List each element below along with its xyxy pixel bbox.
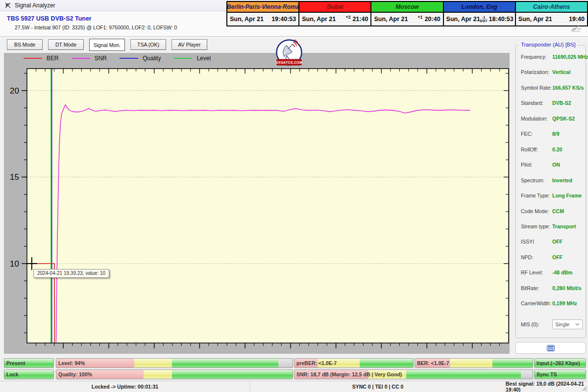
mis-label: MIS (0): — [521, 321, 552, 327]
clock-city-label: Dubai — [299, 2, 370, 13]
clock-time-cell: Sun, Apr 2119:40 — [516, 13, 587, 25]
transponder-field-label: NPD: — [521, 254, 552, 260]
clock-date: Sun, Apr 21 — [518, 16, 552, 23]
legend-item-level: Level — [173, 55, 211, 62]
tab-tsa-ok[interactable]: TSA (OK) — [130, 39, 166, 50]
clock-dst-offset: -1DST — [480, 16, 488, 23]
list-icon — [547, 345, 555, 351]
legend-swatch-ber — [24, 58, 42, 59]
logo-text: DXSATCS.COM — [276, 61, 302, 64]
ytick-label-20: 20 — [10, 86, 19, 96]
transponder-field-value: 166,657 KS/s — [552, 85, 584, 91]
transponder-row-issyi: ISSYIOFF — [516, 237, 586, 246]
legend-swatch-snr — [72, 58, 90, 59]
clock-time-cell: Sun, Apr 21-1DST18:40:53 — [444, 13, 515, 25]
transponder-field-label: Symbol Rate: — [521, 85, 552, 91]
transponder-row-frequency: Frequency:11690,025 MHz — [516, 52, 586, 62]
clock-moscow: MoscowSun, Apr 21+120:40 — [371, 2, 443, 25]
transponder-row-bitrate: BitRate:0,280 Mbit/s — [516, 283, 586, 293]
tab-bs-mode[interactable]: BS Mode — [7, 39, 43, 50]
transponder-field-value: ON — [552, 162, 560, 168]
transponder-row-modulation: Modulation:QPSK-S2 — [516, 114, 586, 123]
legend-label: Level — [196, 55, 211, 62]
transponder-list-button[interactable] — [515, 342, 586, 354]
transponder-row-symbol-rate: Symbol Rate:166,657 KS/s — [516, 83, 586, 93]
transponder-field-label: Standard: — [521, 100, 552, 106]
status-bar: Locked -> Uptime: 00:01:31 SYNC 0 | TEI … — [0, 381, 588, 392]
clock-time-value: 19:40:53 — [271, 16, 296, 23]
meter-label: Lock — [6, 370, 19, 379]
clock-time-cell: Sun, Apr 21+221:40 — [299, 13, 370, 25]
tab-signal-mon[interactable]: Signal Mon. — [89, 39, 125, 51]
chart-legend: BERSNRQualityLevel — [24, 55, 211, 62]
meter-present: Present — [4, 358, 54, 368]
legend-item-ber: BER — [24, 55, 59, 62]
clock-date: Sun, Apr 21 — [374, 16, 408, 23]
meter-label: preBER: <1.0E-7 — [296, 359, 337, 368]
meter-syncts: Sync TS — [534, 369, 586, 379]
transponder-field-label: Frame Type: — [521, 193, 552, 198]
transponder-field-label: Frequency: — [521, 54, 552, 60]
clock-date: Sun, Apr 21 — [302, 16, 336, 23]
signal-chart-plot[interactable]: 101520 — [4, 53, 510, 354]
transponder-field-value: 11690,025 MHz — [552, 54, 588, 60]
world-clock: Berlin-Paris-Vienna-RomaSun, Apr 2119:40… — [226, 1, 588, 26]
mis-dropdown[interactable]: Single — [552, 319, 583, 329]
watermark-satellite-icon — [569, 24, 582, 32]
meter-label: Sync TS — [537, 370, 557, 379]
transponder-panel: Transponder (AU) [BS] Frequency:11690,02… — [515, 45, 586, 338]
transponder-row-polarization: Polarization:Vertical — [516, 67, 586, 77]
ytick-label-10: 10 — [10, 259, 19, 269]
meter-level: Level: 94% — [56, 358, 293, 368]
transponder-row-rf-level: RF Level:-48 dBm — [516, 268, 586, 277]
ytick-label-15: 15 — [10, 172, 19, 182]
transponder-field-label: Polarization: — [521, 69, 552, 75]
transponder-field-value: 0,280 Mbit/s — [552, 285, 582, 291]
legend-swatch-quality — [120, 58, 138, 59]
meter-zone-green — [172, 370, 293, 379]
clock-utc-offset: +2 — [345, 15, 350, 20]
resize-grip[interactable] — [581, 385, 587, 391]
transponder-row-stream-type: Stream type:Transport — [516, 221, 586, 231]
transponder-field-label: FEC: — [521, 131, 552, 137]
status-sync-counters: SYNC 0 | TEI 0 | CC 0 — [250, 381, 506, 392]
transponder-field-value: OFF — [552, 239, 563, 245]
tab-dt-mode[interactable]: DT Mode — [48, 39, 84, 50]
mis-value: Single — [555, 321, 569, 327]
clock-utc-offset: +1 — [417, 15, 422, 20]
clock-date: Sun, Apr 21 — [230, 16, 264, 23]
transponder-row-spectrum: Spectrum:Inverted — [516, 175, 586, 185]
clock-time-value: 20:40 — [425, 16, 441, 23]
transponder-field-label: CarrierWidth: — [521, 300, 552, 306]
transponder-field-value: Transport — [552, 223, 576, 229]
meter-label: SNR: 18,7 dB (Margin: 12,5 dB | Very Goo… — [296, 370, 402, 379]
transponder-field-value: DVB-S2 — [552, 100, 571, 106]
header-separator — [0, 36, 588, 38]
transponder-panel-title: Transponder (AU) [BS] — [519, 42, 577, 48]
transponder-row-npd: NPD:OFF — [516, 252, 586, 262]
tab-av-player[interactable]: AV Player — [172, 39, 207, 50]
clock-time-value: 21:40 — [352, 16, 368, 23]
mis-row: MIS (0): Single — [516, 319, 586, 329]
clock-time-cell: Sun, Apr 21+120:40 — [371, 13, 442, 25]
chart-tooltip: 2024-04-21 19.39.23, value: 10 — [33, 269, 109, 278]
clock-time-cell: Sun, Apr 2119:40:53 — [227, 13, 298, 25]
transponder-row-code-mode: Code Mode:CCM — [516, 206, 586, 216]
transponder-field-label: Pilot: — [521, 162, 552, 168]
transponder-field-value: CCM — [552, 208, 564, 214]
meter-snr: SNR: 18,7 dB (Margin: 12,5 dB | Very Goo… — [294, 369, 533, 379]
transponder-row-pilot: Pilot:ON — [516, 160, 586, 170]
transponder-field-label: Code Mode: — [521, 208, 552, 214]
transponder-field-label: ISSYI — [521, 239, 552, 245]
transponder-field-value: Vertical — [552, 69, 570, 75]
tuner-details: 27.5W - Intelsat 907 (ID: 3325) @ LOF1: … — [15, 24, 177, 30]
meter-zone-green — [492, 359, 533, 368]
status-lock-uptime: Locked -> Uptime: 00:01:31 — [0, 381, 250, 392]
legend-swatch-level — [173, 58, 192, 59]
meter-lock: Lock — [4, 369, 54, 379]
window-title: Signal Analyzer — [15, 2, 55, 9]
legend-item-snr: SNR — [72, 55, 107, 62]
meter-zone-green — [172, 359, 278, 368]
clock-city-label: Moscow — [371, 2, 442, 13]
legend-label: SNR — [95, 55, 107, 62]
